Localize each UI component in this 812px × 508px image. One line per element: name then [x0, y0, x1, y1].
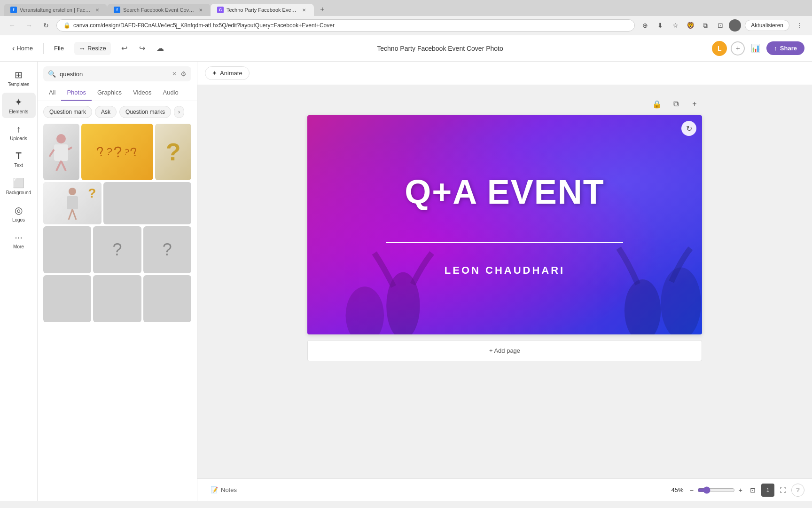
save-button[interactable]: ☁ — [152, 40, 168, 56]
address-bar[interactable]: 🔒 canva.com/design/DAFD-F8CnAU/e4ec5j_K8… — [56, 19, 635, 32]
star-icon[interactable]: ☆ — [669, 19, 682, 32]
photo-3[interactable]: ? — [155, 124, 191, 180]
notes-button[interactable]: 📝 Notes — [205, 484, 242, 496]
home-button[interactable]: ‹ Home — [8, 41, 38, 56]
file-menu[interactable]: File — [49, 42, 69, 55]
templates-label: Templates — [8, 82, 30, 87]
undo-button[interactable]: ↩ — [117, 40, 133, 56]
canvas-refresh-button[interactable]: ↻ — [681, 121, 696, 136]
photo-9[interactable] — [43, 275, 91, 322]
templates-icon: ⊞ — [15, 69, 23, 80]
add-page-button[interactable]: + Add page — [307, 340, 702, 361]
design-divider — [386, 242, 623, 243]
media-row-4 — [43, 275, 191, 322]
back-button[interactable]: ← — [6, 19, 19, 32]
sidebar-item-templates[interactable]: ⊞ Templates — [2, 65, 36, 91]
photo-7[interactable]: ? — [93, 226, 141, 273]
photo-6[interactable] — [43, 226, 91, 273]
photo-5[interactable] — [103, 182, 191, 224]
filter-icon[interactable]: ⚙ — [180, 70, 187, 78]
tag-ask[interactable]: Ask — [95, 106, 117, 118]
tab-title-1: Veranstaltung erstellen | Faceb... — [20, 7, 91, 13]
media-row-2: ? — [43, 182, 191, 224]
photo-2[interactable]: ? ? ? ? ? — [81, 124, 154, 180]
canvas-toolbar: ✦ Animate — [197, 62, 812, 85]
tag-question-marks[interactable]: Question marks — [119, 106, 171, 118]
photo-11[interactable] — [143, 275, 191, 322]
extensions-icon[interactable]: ⊕ — [639, 19, 652, 32]
extensions2-icon[interactable]: ⧉ — [699, 19, 712, 32]
photo-10[interactable] — [93, 275, 141, 322]
search-input[interactable] — [60, 71, 168, 78]
resize-button[interactable]: ↔ Resize — [74, 42, 111, 55]
sidebar-item-background[interactable]: ⬜ Background — [2, 174, 36, 199]
canvas-area: ✦ Animate 🔒 ⧉ + — [197, 62, 812, 501]
analytics-icon[interactable]: 📊 — [749, 41, 763, 56]
sidebar-item-text[interactable]: T Text — [2, 147, 36, 172]
tag-question-mark[interactable]: Question mark — [43, 106, 92, 118]
notes-icon: 📝 — [211, 486, 218, 493]
elements-label: Elements — [9, 109, 29, 114]
help-button[interactable]: ? — [791, 484, 804, 497]
filter-tabs: All Photos Graphics Videos Audio — [38, 85, 197, 101]
add-collaborator-button[interactable]: + — [731, 41, 745, 56]
aktualisieren-button[interactable]: Aktualisieren — [745, 20, 789, 31]
fit-screen-button[interactable]: ⊡ — [746, 484, 759, 497]
tab-title-2: Search Facebook Event Cover... — [123, 7, 195, 13]
tab-videos[interactable]: Videos — [127, 85, 157, 101]
tab-close-3[interactable]: ✕ — [301, 7, 307, 13]
header-actions: ↩ ↪ ☁ — [117, 40, 168, 56]
add-canvas-icon[interactable]: + — [687, 96, 702, 111]
zoom-slider[interactable] — [697, 486, 735, 494]
animate-button[interactable]: ✦ Animate — [205, 66, 250, 80]
share-icon: ↑ — [774, 45, 777, 52]
header-right: L + 📊 ↑ Share — [712, 41, 804, 56]
new-tab-button[interactable]: + — [316, 3, 329, 16]
lock-canvas-icon[interactable]: 🔒 — [649, 96, 664, 111]
forward-button[interactable]: → — [23, 19, 36, 32]
user-avatar[interactable]: L — [712, 41, 727, 56]
media-row-3: ? ? — [43, 226, 191, 273]
photo-8[interactable]: ? — [143, 226, 191, 273]
svg-rect-7 — [67, 196, 78, 209]
tab-canva[interactable]: C Techno Party Facebook Event ... ✕ — [211, 4, 314, 16]
tab-close-1[interactable]: ✕ — [94, 7, 101, 13]
address-url: canva.com/design/DAFD-F8CnAU/e4ec5j_K8nf… — [73, 22, 628, 29]
profile-avatar[interactable] — [729, 19, 741, 32]
sidebar-item-uploads[interactable]: ↑ Uploads — [2, 120, 36, 145]
svg-line-4 — [49, 150, 54, 157]
splitview-icon[interactable]: ⊡ — [714, 19, 727, 32]
tab-search[interactable]: f Search Facebook Event Cover... ✕ — [107, 4, 211, 16]
photo-1[interactable] — [43, 124, 79, 180]
svg-line-9 — [72, 209, 76, 220]
download-icon[interactable]: ⬇ — [654, 19, 667, 32]
tags-scroll-right[interactable]: › — [174, 106, 184, 118]
sidebar-item-more[interactable]: ··· More — [2, 228, 36, 253]
brave-icon[interactable]: 🦁 — [684, 19, 697, 32]
zoom-minus-icon: − — [690, 486, 694, 494]
zoom-icons: ⊡ 1 ⛶ ? — [746, 484, 804, 497]
clear-search-button[interactable]: ✕ — [172, 71, 177, 77]
canva-app: ‹ Home File ↔ Resize ↩ ↪ ☁ Techno Party … — [0, 35, 812, 501]
photo-placeholder-5 — [103, 182, 191, 224]
svg-point-10 — [346, 286, 384, 334]
share-button[interactable]: ↑ Share — [766, 41, 804, 55]
tab-all[interactable]: All — [43, 85, 61, 101]
sidebar-item-elements[interactable]: ✦ Elements — [2, 93, 36, 118]
reload-button[interactable]: ↻ — [39, 19, 53, 32]
redo-button[interactable]: ↪ — [134, 40, 150, 56]
tab-photos[interactable]: Photos — [61, 85, 91, 101]
sidebar-item-logos[interactable]: ◎ Logos — [2, 201, 36, 226]
tab-close-2[interactable]: ✕ — [197, 7, 204, 13]
duplicate-canvas-icon[interactable]: ⧉ — [668, 96, 683, 111]
menu-icon[interactable]: ⋮ — [793, 19, 806, 32]
tab-veranstaltung[interactable]: f Veranstaltung erstellen | Faceb... ✕ — [4, 4, 107, 16]
photo-4[interactable]: ? — [43, 182, 102, 224]
tab-audio[interactable]: Audio — [157, 85, 184, 101]
chevron-left-icon: ‹ — [12, 44, 15, 53]
fullscreen-button[interactable]: ⛶ — [776, 484, 789, 497]
background-label: Background — [6, 190, 31, 195]
text-label: Text — [14, 163, 23, 168]
photo-placeholder-8: ? — [143, 226, 191, 273]
tab-graphics[interactable]: Graphics — [92, 85, 127, 101]
